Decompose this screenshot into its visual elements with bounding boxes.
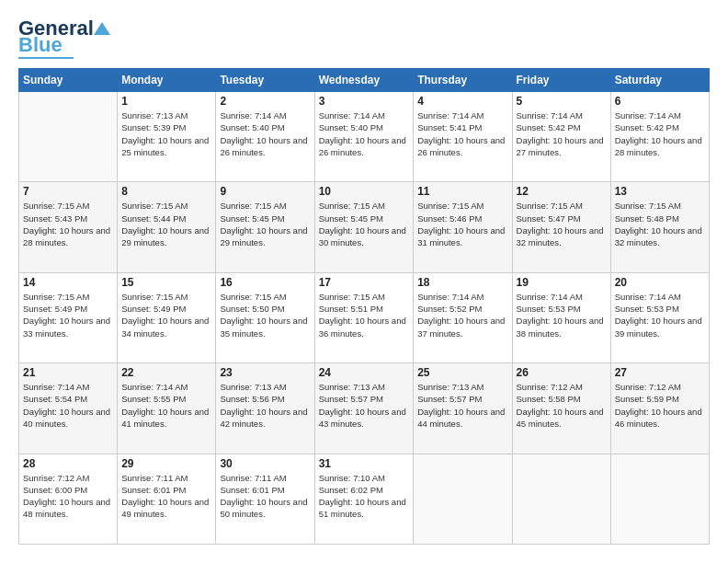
- daylight-label: Daylight: 10 hours and 32 minutes.: [615, 225, 702, 247]
- day-info: Sunrise: 7:11 AM Sunset: 6:01 PM Dayligh…: [121, 472, 211, 521]
- header: General Blue: [18, 18, 710, 59]
- daylight-label: Daylight: 10 hours and 48 minutes.: [23, 497, 110, 519]
- sunrise-label: Sunrise: 7:11 AM: [220, 473, 286, 483]
- sunset-label: Sunset: 5:57 PM: [417, 394, 482, 404]
- daylight-label: Daylight: 10 hours and 36 minutes.: [319, 316, 406, 338]
- day-number: 28: [23, 457, 113, 470]
- day-number: 2: [220, 95, 310, 108]
- calendar-cell: 28 Sunrise: 7:12 AM Sunset: 6:00 PM Dayl…: [19, 454, 118, 544]
- sunset-label: Sunset: 5:53 PM: [615, 304, 679, 314]
- calendar-cell: 30 Sunrise: 7:11 AM Sunset: 6:01 PM Dayl…: [216, 454, 314, 544]
- calendar-cell: 14 Sunrise: 7:15 AM Sunset: 5:49 PM Dayl…: [19, 272, 118, 362]
- svg-marker-0: [94, 22, 110, 35]
- calendar-cell: 24 Sunrise: 7:13 AM Sunset: 5:57 PM Dayl…: [314, 363, 414, 454]
- logo-blue: Blue: [18, 35, 63, 55]
- day-number: 31: [319, 457, 410, 470]
- sunset-label: Sunset: 5:47 PM: [517, 213, 581, 224]
- sunset-label: Sunset: 5:40 PM: [319, 122, 383, 132]
- sunrise-label: Sunrise: 7:13 AM: [220, 382, 286, 392]
- sunset-label: Sunset: 5:49 PM: [121, 304, 186, 314]
- sunrise-label: Sunrise: 7:14 AM: [517, 292, 583, 302]
- calendar-cell: 18 Sunrise: 7:14 AM Sunset: 5:52 PM Dayl…: [414, 272, 512, 362]
- day-number: 10: [319, 185, 410, 198]
- sunrise-label: Sunrise: 7:15 AM: [615, 201, 681, 211]
- calendar-cell: 9 Sunrise: 7:15 AM Sunset: 5:45 PM Dayli…: [216, 182, 314, 272]
- day-info: Sunrise: 7:14 AM Sunset: 5:53 PM Dayligh…: [517, 291, 607, 339]
- calendar-week-row: 21 Sunrise: 7:14 AM Sunset: 5:54 PM Dayl…: [19, 363, 710, 454]
- daylight-label: Daylight: 10 hours and 29 minutes.: [220, 225, 307, 247]
- day-number: 22: [121, 366, 211, 379]
- day-info: Sunrise: 7:15 AM Sunset: 5:45 PM Dayligh…: [220, 200, 310, 248]
- daylight-label: Daylight: 10 hours and 45 minutes.: [517, 407, 604, 429]
- calendar-cell: 13 Sunrise: 7:15 AM Sunset: 5:48 PM Dayl…: [610, 182, 709, 272]
- daylight-label: Daylight: 10 hours and 40 minutes.: [23, 407, 110, 429]
- day-info: Sunrise: 7:12 AM Sunset: 5:59 PM Dayligh…: [615, 381, 705, 430]
- day-info: Sunrise: 7:13 AM Sunset: 5:57 PM Dayligh…: [417, 381, 507, 430]
- sunrise-label: Sunrise: 7:13 AM: [121, 110, 188, 121]
- sunset-label: Sunset: 5:43 PM: [23, 213, 87, 224]
- daylight-label: Daylight: 10 hours and 34 minutes.: [121, 316, 209, 338]
- sunrise-label: Sunrise: 7:14 AM: [615, 110, 681, 121]
- calendar-cell: 6 Sunrise: 7:14 AM Sunset: 5:42 PM Dayli…: [610, 92, 709, 182]
- sunset-label: Sunset: 6:01 PM: [121, 485, 186, 495]
- day-info: Sunrise: 7:15 AM Sunset: 5:44 PM Dayligh…: [121, 200, 211, 248]
- day-number: 5: [517, 95, 607, 108]
- daylight-label: Daylight: 10 hours and 49 minutes.: [121, 497, 209, 519]
- day-number: 27: [615, 366, 705, 379]
- sunrise-label: Sunrise: 7:15 AM: [319, 201, 385, 211]
- day-info: Sunrise: 7:14 AM Sunset: 5:42 PM Dayligh…: [615, 109, 705, 158]
- col-header-friday: Friday: [512, 69, 610, 92]
- sunset-label: Sunset: 5:49 PM: [23, 304, 87, 314]
- sunset-label: Sunset: 5:53 PM: [517, 304, 581, 314]
- daylight-label: Daylight: 10 hours and 51 minutes.: [319, 497, 406, 519]
- daylight-label: Daylight: 10 hours and 26 minutes.: [417, 135, 505, 157]
- sunset-label: Sunset: 5:50 PM: [220, 304, 284, 314]
- sunrise-label: Sunrise: 7:12 AM: [517, 382, 583, 392]
- sunset-label: Sunset: 6:00 PM: [23, 485, 87, 495]
- day-info: Sunrise: 7:14 AM Sunset: 5:54 PM Dayligh…: [23, 381, 113, 430]
- daylight-label: Daylight: 10 hours and 30 minutes.: [319, 225, 406, 247]
- sunset-label: Sunset: 5:57 PM: [319, 394, 383, 404]
- sunrise-label: Sunrise: 7:13 AM: [319, 382, 385, 392]
- sunset-label: Sunset: 5:58 PM: [517, 394, 581, 404]
- day-info: Sunrise: 7:15 AM Sunset: 5:45 PM Dayligh…: [319, 200, 410, 248]
- day-info: Sunrise: 7:15 AM Sunset: 5:49 PM Dayligh…: [121, 291, 211, 339]
- daylight-label: Daylight: 10 hours and 31 minutes.: [417, 225, 505, 247]
- sunset-label: Sunset: 5:41 PM: [417, 122, 482, 132]
- sunrise-label: Sunrise: 7:13 AM: [417, 382, 483, 392]
- day-number: 30: [220, 457, 310, 470]
- sunrise-label: Sunrise: 7:15 AM: [417, 201, 483, 211]
- day-info: Sunrise: 7:12 AM Sunset: 6:00 PM Dayligh…: [23, 472, 113, 521]
- day-info: Sunrise: 7:14 AM Sunset: 5:40 PM Dayligh…: [319, 109, 410, 158]
- calendar-cell: [512, 454, 610, 544]
- day-number: 14: [23, 276, 113, 289]
- sunrise-label: Sunrise: 7:14 AM: [417, 292, 483, 302]
- daylight-label: Daylight: 10 hours and 32 minutes.: [517, 225, 604, 247]
- calendar-cell: 19 Sunrise: 7:14 AM Sunset: 5:53 PM Dayl…: [512, 272, 610, 362]
- calendar-cell: [19, 92, 118, 182]
- day-info: Sunrise: 7:14 AM Sunset: 5:55 PM Dayligh…: [121, 381, 211, 430]
- calendar-week-row: 1 Sunrise: 7:13 AM Sunset: 5:39 PM Dayli…: [19, 92, 710, 182]
- sunset-label: Sunset: 5:44 PM: [121, 213, 186, 224]
- sunrise-label: Sunrise: 7:12 AM: [615, 382, 681, 392]
- day-number: 12: [517, 185, 607, 198]
- daylight-label: Daylight: 10 hours and 28 minutes.: [615, 135, 702, 157]
- sunrise-label: Sunrise: 7:15 AM: [220, 201, 286, 211]
- day-number: 19: [517, 276, 607, 289]
- day-number: 4: [417, 95, 507, 108]
- calendar-week-row: 14 Sunrise: 7:15 AM Sunset: 5:49 PM Dayl…: [19, 272, 710, 362]
- calendar-header-row: SundayMondayTuesdayWednesdayThursdayFrid…: [19, 69, 710, 92]
- sunrise-label: Sunrise: 7:14 AM: [615, 292, 681, 302]
- sunset-label: Sunset: 5:56 PM: [220, 394, 284, 404]
- day-info: Sunrise: 7:15 AM Sunset: 5:51 PM Dayligh…: [319, 291, 410, 339]
- day-number: 26: [517, 366, 607, 379]
- daylight-label: Daylight: 10 hours and 39 minutes.: [615, 316, 702, 338]
- calendar-cell: 23 Sunrise: 7:13 AM Sunset: 5:56 PM Dayl…: [216, 363, 314, 454]
- sunrise-label: Sunrise: 7:14 AM: [319, 110, 385, 121]
- sunrise-label: Sunrise: 7:14 AM: [220, 110, 286, 121]
- sunrise-label: Sunrise: 7:14 AM: [121, 382, 188, 392]
- sunrise-label: Sunrise: 7:14 AM: [517, 110, 583, 121]
- sunset-label: Sunset: 5:42 PM: [517, 122, 581, 132]
- day-info: Sunrise: 7:14 AM Sunset: 5:42 PM Dayligh…: [517, 109, 607, 158]
- day-number: 13: [615, 185, 705, 198]
